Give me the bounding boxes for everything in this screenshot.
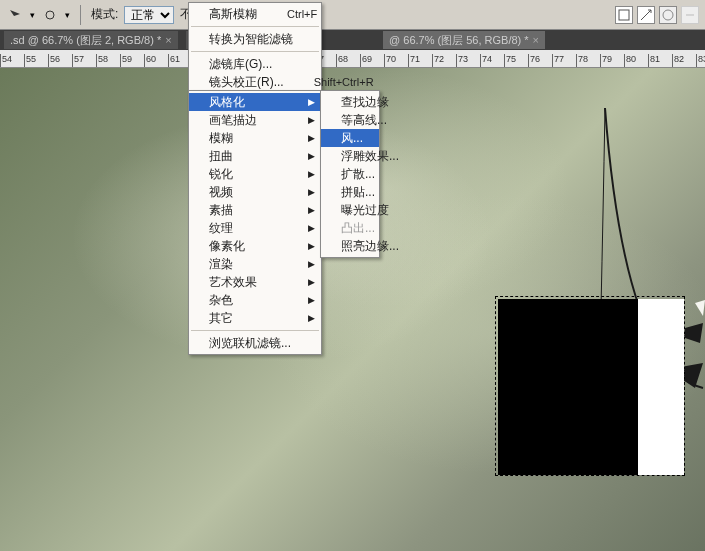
ruler-tick: 60 — [144, 54, 168, 67]
submenu-arrow-icon: ▶ — [308, 169, 315, 179]
menu-item-label: 画笔描边 — [209, 112, 257, 129]
menu-item-label: 杂色 — [209, 292, 233, 309]
filter-category-item[interactable]: 浏览联机滤镜... — [189, 334, 321, 352]
ruler-tick: 80 — [624, 54, 648, 67]
menu-item-label: 纹理 — [209, 220, 233, 237]
marquee-selection[interactable] — [495, 296, 685, 476]
ruler-tick: 70 — [384, 54, 408, 67]
submenu-arrow-icon: ▶ — [308, 277, 315, 287]
options-bar: ▾ ▾ 模式: 正常 不 — [0, 0, 705, 30]
stylize-item[interactable]: 浮雕效果... — [321, 147, 379, 165]
menu-item-label: 扩散... — [341, 166, 375, 183]
stylize-item: 凸出... — [321, 219, 379, 237]
filter-category-item[interactable]: 模糊▶ — [189, 129, 321, 147]
filter-menu-categories[interactable]: 风格化▶画笔描边▶模糊▶扭曲▶锐化▶视频▶素描▶纹理▶像素化▶渲染▶艺术效果▶杂… — [188, 90, 322, 355]
menu-item-label: 等高线... — [341, 112, 387, 129]
tab-label: .sd @ 66.7% (图层 2, RGB/8) * — [10, 33, 161, 48]
menu-item-label: 凸出... — [341, 220, 375, 237]
menu-item-label: 风格化 — [209, 94, 245, 111]
selection-fill — [498, 299, 638, 475]
menu-item-label: 滤镜库(G)... — [209, 56, 272, 73]
menu-item-label: 浮雕效果... — [341, 148, 399, 165]
ruler-tick: 58 — [96, 54, 120, 67]
filter-menu-item[interactable]: 转换为智能滤镜 — [189, 30, 321, 48]
stylize-item[interactable]: 查找边缘 — [321, 93, 379, 111]
filter-menu-item[interactable]: 高斯模糊Ctrl+F — [189, 5, 321, 23]
filter-category-item[interactable]: 其它▶ — [189, 309, 321, 327]
menu-item-label: 其它 — [209, 310, 233, 327]
svg-point-2 — [663, 10, 673, 20]
menu-item-label: 曝光过度 — [341, 202, 389, 219]
menu-separator — [191, 26, 319, 27]
submenu-arrow-icon: ▶ — [308, 133, 315, 143]
stylize-item[interactable]: 风... — [321, 129, 379, 147]
filter-category-item[interactable]: 渲染▶ — [189, 255, 321, 273]
mode-label: 模式: — [91, 6, 118, 23]
ruler-tick: 74 — [480, 54, 504, 67]
menu-item-label: 扭曲 — [209, 148, 233, 165]
menu-item-label: 渲染 — [209, 256, 233, 273]
filter-category-item[interactable]: 素描▶ — [189, 201, 321, 219]
ruler-tick: 76 — [528, 54, 552, 67]
submenu-arrow-icon: ▶ — [308, 97, 315, 107]
stylize-item[interactable]: 拼贴... — [321, 183, 379, 201]
filter-submenu-stylize[interactable]: 查找边缘等高线...风...浮雕效果...扩散...拼贴...曝光过度凸出...… — [320, 90, 380, 258]
tab-document[interactable]: @ 66.7% (图层 56, RGB/8) * × — [383, 31, 545, 49]
dropdown-arrow-icon[interactable]: ▾ — [65, 10, 70, 20]
horizontal-ruler: 5455565758596061626364656667686970717273… — [0, 50, 705, 68]
ruler-tick: 78 — [576, 54, 600, 67]
menu-shortcut: Shift+Ctrl+R — [284, 76, 374, 88]
menu-item-label: 视频 — [209, 184, 233, 201]
tab-document[interactable]: .sd @ 66.7% (图层 2, RGB/8) * × — [4, 31, 178, 49]
svg-point-0 — [46, 11, 54, 19]
menu-item-label: 艺术效果 — [209, 274, 257, 291]
ruler-tick: 56 — [48, 54, 72, 67]
filter-menu-item[interactable]: 滤镜库(G)... — [189, 55, 321, 73]
menu-item-label: 转换为智能滤镜 — [209, 31, 293, 48]
filter-category-item[interactable]: 画笔描边▶ — [189, 111, 321, 129]
menu-separator — [191, 51, 319, 52]
stylize-item[interactable]: 曝光过度 — [321, 201, 379, 219]
tool-icon[interactable] — [637, 6, 655, 24]
menu-item-label: 模糊 — [209, 130, 233, 147]
ruler-tick: 71 — [408, 54, 432, 67]
ruler-tick: 75 — [504, 54, 528, 67]
stylize-item[interactable]: 等高线... — [321, 111, 379, 129]
close-icon[interactable]: × — [165, 34, 171, 46]
submenu-arrow-icon: ▶ — [308, 295, 315, 305]
filter-category-item[interactable]: 杂色▶ — [189, 291, 321, 309]
stylize-item[interactable]: 扩散... — [321, 165, 379, 183]
menu-item-label: 镜头校正(R)... — [209, 74, 284, 91]
document-tabs: .sd @ 66.7% (图层 2, RGB/8) * × 未标题-3 @ × … — [0, 30, 705, 50]
filter-menu-item[interactable]: 镜头校正(R)...Shift+Ctrl+R — [189, 73, 321, 91]
ruler-tick: 83 — [696, 54, 705, 67]
palette-icon[interactable] — [659, 6, 677, 24]
ruler-tick: 68 — [336, 54, 360, 67]
filter-category-item[interactable]: 风格化▶ — [189, 93, 321, 111]
menu-item-label: 风... — [341, 130, 363, 147]
ruler-tick: 82 — [672, 54, 696, 67]
ruler-tick: 73 — [456, 54, 480, 67]
tool-icon[interactable] — [681, 6, 699, 24]
tool-preset-icon[interactable] — [6, 6, 24, 24]
ruler-tick: 72 — [432, 54, 456, 67]
selection-fill — [638, 299, 684, 475]
brush-icon[interactable] — [41, 6, 59, 24]
tool-icon[interactable] — [615, 6, 633, 24]
filter-category-item[interactable]: 视频▶ — [189, 183, 321, 201]
submenu-arrow-icon: ▶ — [308, 115, 315, 125]
menu-item-label: 素描 — [209, 202, 233, 219]
filter-category-item[interactable]: 艺术效果▶ — [189, 273, 321, 291]
filter-category-item[interactable]: 纹理▶ — [189, 219, 321, 237]
close-icon[interactable]: × — [533, 34, 539, 46]
stylize-item[interactable]: 照亮边缘... — [321, 237, 379, 255]
submenu-arrow-icon: ▶ — [308, 259, 315, 269]
ruler-tick: 59 — [120, 54, 144, 67]
mode-select[interactable]: 正常 — [124, 6, 174, 24]
filter-category-item[interactable]: 扭曲▶ — [189, 147, 321, 165]
dropdown-arrow-icon[interactable]: ▾ — [30, 10, 35, 20]
filter-category-item[interactable]: 锐化▶ — [189, 165, 321, 183]
ruler-tick: 81 — [648, 54, 672, 67]
filter-category-item[interactable]: 像素化▶ — [189, 237, 321, 255]
menu-shortcut: Ctrl+F — [257, 8, 317, 20]
